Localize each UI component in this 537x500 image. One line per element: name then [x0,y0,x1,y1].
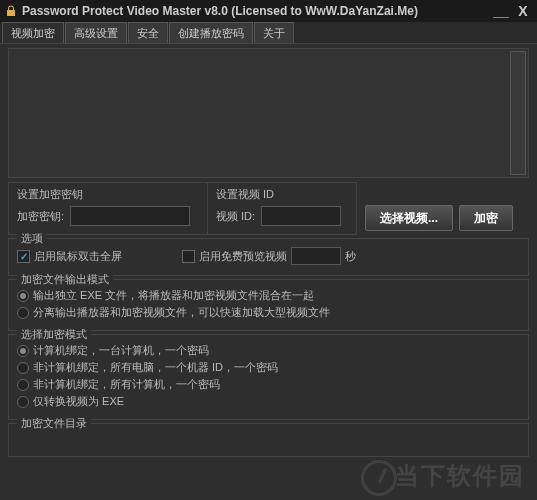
output-mode-title: 加密文件输出模式 [17,272,113,287]
tab-about[interactable]: 关于 [254,22,294,43]
tab-security[interactable]: 安全 [128,22,168,43]
select-video-button[interactable]: 选择视频... [365,205,453,231]
key-input[interactable] [70,206,190,226]
encrypt-mode-section: 选择加密模式 计算机绑定，一台计算机，一个密码 非计算机绑定，所有电脑，一个机器… [8,334,529,420]
output-mode-radio-1[interactable] [17,290,29,302]
tab-advanced[interactable]: 高级设置 [65,22,127,43]
watermark-icon [361,460,397,496]
encrypt-mode-radio-3[interactable] [17,379,29,391]
options-section: 选项 启用鼠标双击全屏 启用免费预览视频 秒 [8,238,529,276]
settings-row: 设置加密密钥 加密密钥: 设置视频 ID 视频 ID: 选择视频... 加密 [8,182,529,235]
tab-video-encrypt[interactable]: 视频加密 [2,22,64,43]
double-click-checkbox[interactable] [17,250,30,263]
double-click-label: 启用鼠标双击全屏 [34,249,122,264]
key-label: 加密密钥: [17,209,64,224]
encrypt-mode-label-3: 非计算机绑定，所有计算机，一个密码 [33,377,220,392]
key-block: 设置加密密钥 加密密钥: [8,182,208,235]
encrypt-mode-radio-2[interactable] [17,362,29,374]
tab-create-password[interactable]: 创建播放密码 [169,22,253,43]
tab-bar: 视频加密 高级设置 安全 创建播放密码 关于 [0,22,537,44]
id-input[interactable] [261,206,341,226]
output-mode-section: 加密文件输出模式 输出独立 EXE 文件，将播放器和加密视频文件混合在一起 分离… [8,279,529,331]
output-mode-label-1: 输出独立 EXE 文件，将播放器和加密视频文件混合在一起 [33,288,314,303]
output-mode-label-2: 分离输出播放器和加密视频文件，可以快速加载大型视频文件 [33,305,330,320]
output-dir-section: 加密文件目录 [8,423,529,457]
key-title: 设置加密密钥 [17,187,199,202]
seconds-label: 秒 [345,249,356,264]
encrypt-button[interactable]: 加密 [459,205,513,231]
free-preview-checkbox[interactable] [182,250,195,263]
watermark-text: 当下软件园 [395,460,525,492]
preview-seconds-input[interactable] [291,247,341,265]
encrypt-mode-label-2: 非计算机绑定，所有电脑，一个机器 ID，一个密码 [33,360,278,375]
free-preview-label: 启用免费预览视频 [199,249,287,264]
minimize-button[interactable]: __ [491,3,511,19]
titlebar: Password Protect Video Master v8.0 (Lice… [0,0,537,22]
output-mode-radio-2[interactable] [17,307,29,319]
close-button[interactable]: X [513,3,533,19]
lock-icon [4,4,18,18]
id-block: 设置视频 ID 视频 ID: [207,182,357,235]
output-dir-title: 加密文件目录 [17,416,91,431]
encrypt-mode-label-1: 计算机绑定，一台计算机，一个密码 [33,343,209,358]
id-title: 设置视频 ID [216,187,348,202]
id-label: 视频 ID: [216,209,255,224]
encrypt-mode-radio-1[interactable] [17,345,29,357]
video-list-area[interactable] [8,48,529,178]
encrypt-mode-title: 选择加密模式 [17,327,91,342]
encrypt-mode-label-4: 仅转换视频为 EXE [33,394,124,409]
options-title: 选项 [17,231,47,246]
encrypt-mode-radio-4[interactable] [17,396,29,408]
window-title: Password Protect Video Master v8.0 (Lice… [22,4,489,18]
content-panel: 设置加密密钥 加密密钥: 设置视频 ID 视频 ID: 选择视频... 加密 选… [0,44,537,500]
action-buttons: 选择视频... 加密 [365,182,513,235]
